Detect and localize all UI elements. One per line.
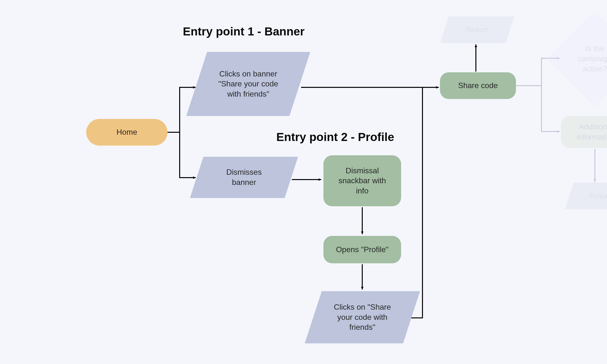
- node-campaign-active-decision: Is the campaign active?: [561, 25, 607, 93]
- node-return-top: Return: [444, 16, 510, 43]
- node-dismissal-snackbar-label: Dismissal snackbar with info: [334, 166, 390, 196]
- node-share-code: Share code: [440, 72, 516, 99]
- heading-entry-point-1: Entry point 1 - Banner: [183, 25, 304, 38]
- node-campaign-active-label: Is the campaign active?: [568, 44, 607, 74]
- node-opens-profile-label: Opens "Profile": [336, 245, 389, 255]
- node-opens-profile: Opens "Profile": [323, 236, 401, 263]
- node-click-banner-label: Clicks on banner "Share your code with f…: [213, 69, 284, 99]
- node-return-right: Return: [569, 182, 607, 209]
- node-home-terminator: Home: [86, 119, 168, 146]
- node-click-share-profile-label: Clicks on "Share your code with friends": [327, 302, 398, 332]
- node-return-top-label: Return: [465, 25, 489, 35]
- node-click-share-profile: Clicks on "Share your code with friends": [313, 291, 411, 343]
- node-share-code-label: Share code: [458, 80, 498, 91]
- node-dismiss-banner-label: Dismisses banner: [217, 167, 271, 187]
- node-additional-information-label: Additional information: [569, 122, 607, 142]
- flowchart-canvas: Entry point 1 - Banner Entry point 2 - P…: [0, 0, 607, 364]
- node-home-label: Home: [117, 127, 137, 137]
- node-additional-information: Additional information: [561, 116, 607, 148]
- node-click-banner: Clicks on banner "Share your code with f…: [197, 52, 300, 116]
- node-return-right-label: Return: [589, 191, 607, 201]
- node-dismissal-snackbar: Dismissal snackbar with info: [323, 155, 401, 206]
- node-dismiss-banner: Dismisses banner: [197, 157, 291, 198]
- heading-entry-point-2: Entry point 2 - Profile: [276, 130, 394, 144]
